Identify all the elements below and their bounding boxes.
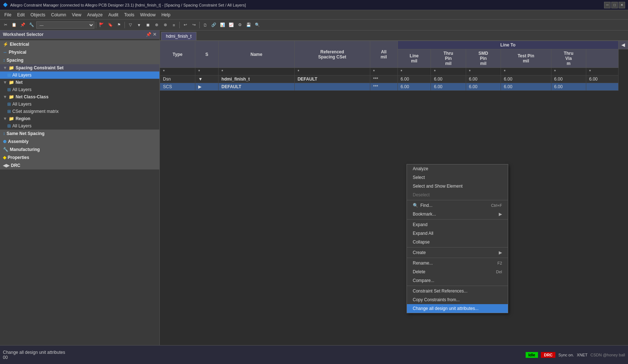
sidebar-item-region[interactable]: ▼ 📁 Region [0,115,159,122]
maximize-button[interactable]: □ [611,2,618,8]
tb-filter6[interactable]: ≡ [170,21,178,29]
sidebar-close-icon[interactable]: ✕ [153,32,156,37]
tb-flag3[interactable]: ⚑ [115,21,123,29]
menu-file[interactable]: File [1,12,14,18]
tab-hdmi[interactable]: hdmi_finish_t [161,32,196,40]
sidebar-item-physical[interactable]: ↔ Physical [0,48,159,56]
close-button[interactable]: ✕ [619,2,625,8]
tb-undo[interactable]: ↩ [181,21,189,29]
net-fold-icon: ▼ [3,80,7,85]
tb-copy[interactable]: 📋 [10,21,18,29]
tb-search[interactable]: 🔍 [253,21,261,29]
tb-cut[interactable]: ✂ [1,21,9,29]
menu-help[interactable]: Help [159,12,174,18]
ctx-deselect-label: Deselect [413,192,430,197]
sidebar-item-manufacturing[interactable]: 🔧 Manufacturing [0,146,159,154]
sidebar-pin-icon[interactable]: 📌 [146,32,151,37]
menu-tools[interactable]: Tools [121,12,137,18]
sidebar-item-spacing[interactable]: ↕ Spacing [0,56,159,64]
sidebar-item-assembly[interactable]: ⊕ Assembly [0,138,159,146]
cell-name: * [219,68,295,75]
ctx-collapse[interactable]: Collapse [407,238,508,246]
ctx-select-show-label: Select and Show Element [413,184,462,189]
ctx-analyze[interactable]: Analyze [407,164,508,173]
tb-save[interactable]: 💾 [245,21,253,29]
ctx-cset-refs[interactable]: Constraint Set References... [407,287,508,295]
menu-edit[interactable]: Edit [14,12,28,18]
sidebar-item-properties[interactable]: ◆ Properties [0,154,159,161]
sidebar-item-ncc-all-layers[interactable]: ⊞ All Layers [0,101,159,108]
ctx-delete[interactable]: Delete Del [407,267,508,276]
folder-icon: ▼ [3,65,7,70]
ctx-find[interactable]: 🔍 Find... Ctrl+F [407,201,508,210]
cell-testpin: * [501,68,551,75]
menu-objects[interactable]: Objects [28,12,48,18]
tb-redo[interactable]: ↪ [190,21,198,29]
menu-analyze[interactable]: Analyze [84,12,106,18]
tb-view4[interactable]: 📈 [227,21,235,29]
col-thrupin: ThruPinmil [431,49,466,68]
col-arrow[interactable]: ◀ [619,41,628,49]
window-title: Allegro Constraint Manager (connected to… [10,3,246,7]
minimize-button[interactable]: ─ [604,2,611,8]
sidebar-item-region-all-layers[interactable]: ⊞ All Layers [0,122,159,130]
col-lineto-group: Line To [397,41,619,49]
tb-dropdown[interactable]: --- [36,21,94,29]
tb-settings[interactable]: ⚙ [236,21,244,29]
menu-window[interactable]: Window [137,12,159,18]
sidebar-item-net[interactable]: ▼ 📁 Net [0,79,159,86]
cell-line-scs: 6.00 [397,83,431,91]
sidebar-item-net-all-layers[interactable]: ⊞ All Layers [0,86,159,93]
tb-view3[interactable]: 📊 [219,21,227,29]
title-bar: 🔷 Allegro Constraint Manager (connected … [0,0,628,10]
ctx-sep5 [407,286,508,286]
context-menu: Analyze Select Select and Show Element D… [407,164,508,313]
sidebar-title: Worksheet Selector [3,32,44,37]
sidebar-item-electrical[interactable]: ⚡ Electrical [0,40,159,48]
cell-thruvia-scs: 6.00 [551,83,586,91]
status-text: Change all design unit attributes [3,350,526,355]
ctx-expand-all[interactable]: Expand All [407,229,508,238]
cell-extra-dsn: 6.00 [586,75,618,83]
ctx-deselect[interactable]: Deselect [407,191,508,199]
ctx-expand[interactable]: Expand [407,220,508,229]
sidebar-item-same-net-spacing[interactable]: ↕ Same Net Spacing [0,130,159,138]
menu-audit[interactable]: Audit [106,12,121,18]
app-logo: 🔷 [3,3,8,7]
sidebar-item-spacing-constraint-set[interactable]: ▼ 📁 Spacing Constraint Set [0,64,159,71]
ctx-select-show[interactable]: Select and Show Element [407,182,508,191]
table-container[interactable]: Type S Name ReferencedSpacing CSet Allmi… [160,41,628,355]
ctx-create[interactable]: Create ▶ [407,248,508,257]
ctx-change-design-unit[interactable]: Change all design unit attributes... [407,304,508,313]
sidebar-item-cset-matrix[interactable]: ⊞ CSet assignment matrix [0,108,159,115]
menu-view[interactable]: View [69,12,84,18]
ctx-expand-label: Expand [413,222,428,227]
tb-filter2[interactable]: ▼ [135,21,143,29]
tb-paste[interactable]: 📌 [19,21,27,29]
sidebar-item-drc[interactable]: ◀▶ DRC [0,161,159,169]
menu-column[interactable]: Column [48,12,69,18]
ctx-compare[interactable]: Compare... [407,276,508,285]
tb-filter3[interactable]: ◼ [144,21,152,29]
ctx-select[interactable]: Select [407,173,508,182]
tb-icon1[interactable]: 🔧 [28,21,36,29]
status-left: Change all design unit attributes 00 [3,350,526,360]
ctx-bookmark[interactable]: Bookmark... ▶ [407,210,508,218]
sidebar-item-net-class-class[interactable]: ▼ 📁 Net Class-Class [0,93,159,101]
tb-view1[interactable]: 🗋 [201,21,209,29]
cell-all: * [370,68,397,75]
sidebar-header: Worksheet Selector 📌 ✕ [0,30,159,39]
tb-filter1[interactable]: ▽ [126,21,134,29]
ctx-rename[interactable]: Rename... F2 [407,259,508,267]
ctx-copy-constraints[interactable]: Copy Constraints from... [407,295,508,304]
ctx-cset-refs-label: Constraint Set References... [413,289,468,294]
tb-view2[interactable]: 🔗 [210,21,218,29]
tb-flag2[interactable]: 🔖 [106,21,114,29]
col-name: Name [219,41,295,68]
tb-filter4[interactable]: ⊕ [152,21,160,29]
cell-thrupin-dsn: 6.00 [431,75,466,83]
net-all-layers-label: All Layers [12,87,32,92]
sidebar-item-all-layers-selected[interactable]: ⊞ All Layers [0,71,159,79]
tb-flag1[interactable]: 🚩 [98,21,106,29]
tb-filter5[interactable]: ⊗ [161,21,169,29]
